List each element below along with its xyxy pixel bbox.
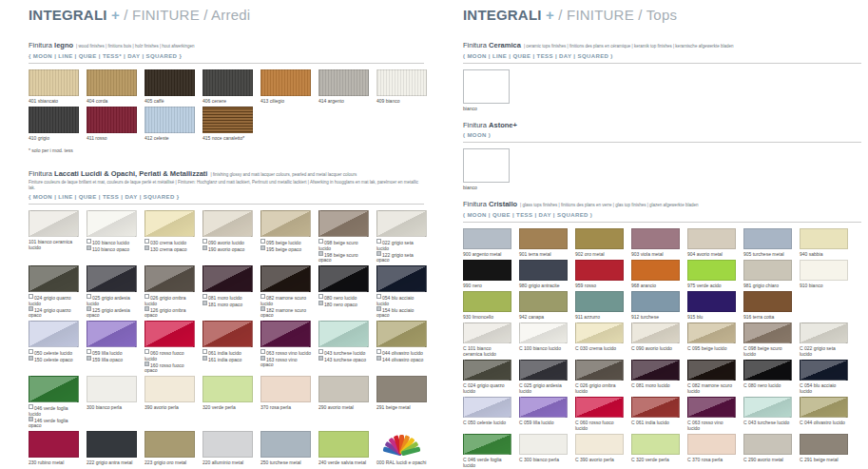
section-tagline: | ceramic tops finishes | finitions des … xyxy=(524,44,734,49)
section-name-laccati: Laccati Lucidi & Opachi, Perlati & Metal… xyxy=(54,169,207,178)
swatch-label: 050 celeste lucido150 celeste opaco xyxy=(29,349,79,362)
swatch-label: 900 argento metal xyxy=(463,251,511,257)
swatch-label: C 082 marrone scuro lucido xyxy=(687,382,736,394)
swatch-label: 930 limoncello xyxy=(463,314,511,320)
finish-swatch-cell: 054 blu acciaio lucido154 blu acciaio op… xyxy=(376,265,427,318)
color-swatch xyxy=(687,291,736,312)
color-swatch xyxy=(743,360,792,381)
gloss-marker-icon xyxy=(145,239,149,244)
footnote: * solo per i mod. tess xyxy=(29,147,424,153)
glass-swatch-grid: 900 argento metal901 terra metal902 oro … xyxy=(463,228,861,469)
swatch-label: 405 caffè xyxy=(145,98,195,104)
finish-swatch-cell: 090 avorio lucido190 avorio opaco xyxy=(203,210,253,263)
color-swatch xyxy=(145,431,195,458)
finish-swatch-cell: 911 azzurro xyxy=(575,291,624,320)
finish-swatch-cell: 000 RAL lucidi e opachi xyxy=(376,431,427,465)
matte-marker-icon xyxy=(87,306,91,311)
color-swatch xyxy=(203,210,253,237)
color-swatch xyxy=(519,434,568,455)
finish-swatch-cell: 059 lilla lucido159 lilla opaco xyxy=(87,321,137,373)
matte-marker-icon xyxy=(87,356,91,361)
section-tagline: | finishing glossy and matt lacquer colo… xyxy=(210,172,357,177)
section-name-astone: Astone+ xyxy=(489,121,517,129)
finish-swatch-cell: C 080 nero lucido xyxy=(743,360,792,394)
color-swatch xyxy=(318,265,369,292)
finish-swatch-cell: 043 turchese lucido143 turchese opaco xyxy=(318,321,369,373)
section-tagline: | wood finishes | finitions bois | holz … xyxy=(76,44,195,49)
color-swatch xyxy=(376,265,427,292)
finish-swatch-cell: 940 sabbia xyxy=(800,228,848,257)
finish-swatch-cell: 024 grigio quarzo lucido124 grigio quarz… xyxy=(29,265,79,318)
swatch-label: C 026 grigio ombra lucido xyxy=(575,382,624,394)
color-swatch xyxy=(743,228,792,249)
color-swatch xyxy=(631,397,680,418)
finish-swatch-cell: 411 rosso xyxy=(87,107,137,141)
swatch-label: 300 bianco perla xyxy=(87,404,137,410)
finish-swatch-cell: C 025 grigio ardesia lucido xyxy=(519,360,568,394)
finish-swatch-cell: 930 limoncello xyxy=(463,291,511,320)
finish-swatch-cell: 230 rubino metal xyxy=(29,431,79,465)
swatch-label: C 291 beige metal xyxy=(800,457,848,462)
swatch-label: 980 grigio antracite xyxy=(519,283,568,288)
finish-swatch-cell: 060 rosso fuoco lucido160 rosso fuoco op… xyxy=(145,321,195,373)
swatch-label: 413 ciliegio xyxy=(260,98,311,104)
divider xyxy=(463,222,861,223)
color-swatch xyxy=(519,228,568,249)
color-swatch xyxy=(376,69,427,96)
color-swatch xyxy=(203,69,253,96)
color-swatch xyxy=(260,376,311,402)
color-swatch xyxy=(743,434,792,455)
color-swatch xyxy=(519,322,568,343)
gloss-marker-icon xyxy=(376,294,381,299)
finish-swatch-cell: C 046 verde foglia lucido xyxy=(463,434,511,468)
swatch-label: C 060 rosso fuoco lucido xyxy=(575,420,624,431)
gloss-marker-icon xyxy=(87,349,91,354)
color-swatch xyxy=(203,431,253,458)
swatch-label: C 046 verde foglia lucido xyxy=(463,457,511,468)
color-swatch xyxy=(800,434,848,455)
swatch-label: C 081 moro lucido xyxy=(631,382,680,388)
swatch-label: 404 corda xyxy=(87,98,137,104)
finish-swatch-cell: 220 alluminio metal xyxy=(203,431,253,465)
gloss-marker-icon xyxy=(145,294,149,299)
color-swatch xyxy=(743,291,792,312)
finish-swatch-cell: 968 arancio xyxy=(631,260,680,288)
swatch-label: 230 rubino metal xyxy=(29,459,79,465)
swatch-label: C 063 rosso vino lucido xyxy=(687,420,736,431)
color-swatch xyxy=(29,69,79,96)
color-swatch xyxy=(29,431,79,458)
brand-plus: + xyxy=(107,7,125,23)
gloss-marker-icon xyxy=(203,239,207,244)
gloss-marker-icon xyxy=(87,239,91,244)
color-swatch xyxy=(463,228,511,249)
finish-swatch-cell: 095 beige lucido195 beige opaco xyxy=(260,210,311,263)
swatch-label: 902 oro metal xyxy=(575,251,624,257)
swatch-label: 054 blu acciaio lucido154 blu acciaio op… xyxy=(376,294,427,318)
gloss-marker-icon xyxy=(318,294,323,299)
swatch-label: 022 grigio seta lucido122 grigio seta op… xyxy=(376,239,427,263)
swatch-label: 291 beige metal xyxy=(376,404,427,410)
gloss-marker-icon xyxy=(145,349,149,354)
finish-swatch-cell: 080 nero lucido180 nero opaco xyxy=(318,265,369,318)
finish-swatch-cell: C 054 blu acciaio lucido xyxy=(800,360,848,394)
color-swatch xyxy=(519,291,568,312)
swatch-label: C 043 turchese lucido xyxy=(743,420,792,425)
section-name-cristallo: Cristallo xyxy=(489,200,517,208)
color-swatch xyxy=(145,321,195,347)
swatch-label: 415 noce canaletto* xyxy=(203,135,253,141)
color-swatch xyxy=(631,291,680,312)
color-swatch xyxy=(575,434,624,455)
swatch-label: 942 canapa xyxy=(519,314,568,320)
finish-swatch-cell: 046 verde foglia lucido146 verde foglia … xyxy=(29,376,79,428)
swatch-label: 044 olivastro lucido144 olivastro opaco xyxy=(376,349,427,362)
models-line-ceramica: ( MOON | LINE | QUBE | TESS | DAY | SQUA… xyxy=(463,53,861,59)
matte-marker-icon xyxy=(318,301,323,305)
finish-swatch-cell: C 061 india lucido xyxy=(631,397,680,431)
color-swatch xyxy=(376,321,427,347)
section-name-ceramica: Ceramica xyxy=(489,41,521,49)
finish-swatch-cell: C 022 grigio seta lucido xyxy=(800,322,848,357)
matte-marker-icon xyxy=(260,306,265,311)
section-tagline: | glass tops finishes | finitions des pl… xyxy=(520,203,698,207)
swatch-label: 981 grigio chiaro xyxy=(743,283,792,288)
finish-swatch-cell: C 030 crema lucido xyxy=(575,322,624,357)
